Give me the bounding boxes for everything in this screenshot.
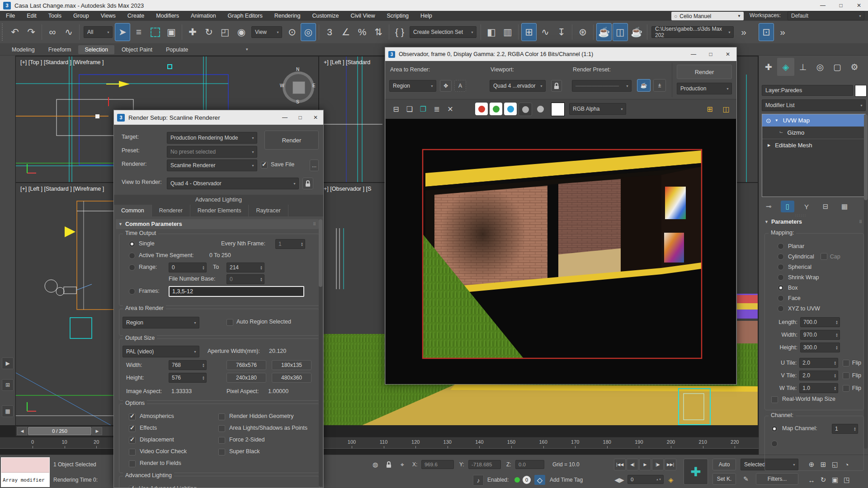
x-coordinate-field[interactable]: 969.6 — [421, 460, 454, 469]
tab-raytracer[interactable]: Raytracer — [249, 205, 288, 216]
window-crossing-button[interactable]: ▣ — [164, 23, 179, 41]
maximize-viewport-icon[interactable]: ◳ — [841, 474, 853, 486]
common-parameters-rollout[interactable]: ▼ Common Parameters ⠿ — [116, 219, 319, 229]
expand-caret-icon[interactable]: ▼ — [775, 118, 778, 122]
alpha-channel-button[interactable] — [519, 103, 532, 116]
frame-window-titlebar[interactable]: 3 Observador, frame 0, Display Gamma: 2.… — [385, 47, 736, 61]
flip-checkbox[interactable] — [843, 360, 849, 366]
viewport-layout-tab-1[interactable]: ⊞ — [2, 379, 14, 391]
zero-badge[interactable]: 0 — [523, 476, 531, 484]
align-button[interactable]: ▥ — [500, 23, 515, 41]
tab-renderer[interactable]: Renderer — [152, 205, 190, 216]
frames-input[interactable]: 1,3,5-12 — [169, 286, 304, 297]
dialog-scrollbar[interactable] — [319, 219, 322, 487]
print-image-icon[interactable]: ≣ — [431, 103, 443, 115]
save-file-checkbox[interactable] — [261, 162, 268, 169]
angle-snap-button[interactable]: ∠ — [338, 23, 354, 41]
panel-tab-modify[interactable]: ◈ — [777, 58, 794, 76]
toggle-ui-icon[interactable]: ◫ — [720, 103, 732, 115]
chevrons-button[interactable]: » — [736, 23, 751, 41]
toggle-ui-overlays-icon[interactable]: ⊞ — [704, 103, 716, 115]
previous-key-button[interactable]: ◀| — [627, 459, 638, 470]
maximize-window-button[interactable]: □ — [832, 2, 850, 9]
undo-button[interactable]: ↶ — [7, 23, 23, 41]
flip-checkbox[interactable] — [843, 385, 849, 392]
move-button[interactable]: ✚ — [185, 23, 200, 41]
viewport-left-label[interactable]: [+] [Left ] [Standard ] [Wireframe ] — [20, 186, 104, 192]
mapping-radio-planar[interactable] — [778, 243, 784, 249]
width-spinner[interactable]: 768 — [169, 360, 207, 370]
map-channel-radio[interactable] — [771, 426, 778, 432]
fw-preset-dropdown[interactable]: ———————— — [572, 80, 632, 92]
mapping-radio-spherical[interactable] — [778, 264, 784, 270]
show-end-result-icon[interactable]: ▯ — [781, 201, 794, 212]
every-nth-spinner[interactable]: 1 — [275, 239, 305, 249]
mirror-button[interactable]: ◧ — [484, 23, 499, 41]
render-setup-button[interactable]: ☕ — [596, 23, 612, 41]
pivot-button[interactable]: ⊙ — [284, 23, 300, 41]
bind-button[interactable]: ∿ — [61, 23, 76, 41]
expand-caret-icon[interactable]: ▶ — [768, 143, 770, 147]
res-button-768x576[interactable]: 768x576 — [226, 360, 266, 370]
render-frame-button[interactable]: ◫ — [613, 23, 628, 41]
dialog-minimize-button[interactable]: — — [277, 114, 292, 121]
single-radio[interactable] — [129, 241, 135, 247]
dialog-maximize-button[interactable]: □ — [292, 114, 308, 121]
ribbon-tab-selection[interactable]: Selection — [78, 45, 114, 54]
snap-button[interactable]: 3 — [322, 23, 337, 41]
next-frame-button[interactable]: ▶ — [92, 427, 102, 435]
redo-button[interactable]: ↷ — [24, 23, 39, 41]
listener-pane[interactable]: Array modifier — [1, 473, 49, 487]
configure-modifier-sets-icon[interactable]: ▦ — [838, 201, 851, 212]
rendered-image[interactable] — [386, 119, 736, 384]
flip-checkbox[interactable] — [843, 372, 849, 379]
output-preset-dropdown[interactable]: PAL (video) — [123, 346, 199, 357]
curve-editor-button[interactable]: ∿ — [538, 23, 553, 41]
auto-key-button[interactable]: Auto — [712, 459, 736, 470]
fw-mode-dropdown[interactable]: Production — [677, 83, 732, 94]
menu-customize[interactable]: Customize — [306, 11, 344, 21]
utile-spinner[interactable]: 2.0 — [799, 358, 838, 368]
material-button[interactable]: ⊛ — [575, 23, 590, 41]
mapping-radio-face[interactable] — [778, 295, 784, 301]
map-channel-spinner[interactable]: 1 — [832, 424, 858, 434]
visibility-eye-icon[interactable]: ⊙ — [766, 117, 771, 124]
option-checkbox-area-lights-shadows-as-points[interactable] — [218, 425, 225, 432]
option-checkbox-force-2-sided[interactable] — [218, 437, 225, 444]
current-frame-field[interactable]: 0▲▼ — [627, 475, 664, 484]
active-segment-radio[interactable] — [129, 253, 135, 259]
minimize-window-button[interactable]: — — [814, 2, 832, 9]
place-button[interactable]: ◉ — [234, 23, 249, 41]
auto-region-checkbox[interactable] — [226, 319, 233, 326]
stack-item-uvw-map[interactable]: ⊙▼UVW Map — [762, 114, 865, 127]
ribbon-expand-icon[interactable]: ▼ — [245, 47, 249, 52]
object-name-field[interactable]: Layer:Paredes — [762, 85, 853, 96]
length-spinner[interactable]: 700.0 — [800, 317, 840, 327]
select-button[interactable]: ➤ — [115, 23, 130, 41]
scene-explorer-button[interactable]: ⊞ — [521, 23, 537, 41]
mini-listener-open-button[interactable]: ▶ — [2, 357, 14, 369]
manipulate-button[interactable]: ◎ — [301, 23, 316, 41]
view-lock-button[interactable] — [302, 178, 313, 189]
close-window-button[interactable]: ✕ — [850, 2, 868, 9]
spinner-snap-button[interactable]: ⇅ — [371, 23, 386, 41]
fw-exposure-icon[interactable]: ± — [653, 79, 666, 92]
range-from-spinner[interactable]: 0 — [169, 263, 207, 272]
option-checkbox-effects[interactable] — [129, 425, 136, 432]
viewport-layout-tab-2[interactable]: ▦ — [2, 405, 14, 417]
play-animation-button[interactable]: ▶ — [639, 459, 651, 470]
vertex-color-radio[interactable] — [771, 441, 778, 447]
wtile-spinner[interactable]: 1.0 — [799, 383, 838, 393]
display-channel-dropdown[interactable]: RGB Alpha — [569, 103, 626, 115]
panel-tab-motion[interactable]: ◎ — [811, 58, 829, 76]
key-filters-icon[interactable]: ✎ — [741, 474, 751, 484]
isolate-selection-icon[interactable]: ◍ — [370, 460, 381, 469]
link-button[interactable]: ∞ — [45, 23, 60, 41]
key-mode-toggle-icon[interactable]: ◈ — [665, 475, 676, 485]
file-number-base-spinner[interactable]: 0 — [226, 274, 264, 284]
menu-animation[interactable]: Animation — [185, 11, 222, 21]
mapping-radio-shrink-wrap[interactable] — [778, 274, 784, 281]
preset-dropdown[interactable]: No preset selected — [167, 146, 257, 158]
use-advanced-lighting-checkbox[interactable] — [129, 486, 136, 488]
viewport-top-label[interactable]: [+] [Top ] [Standard ] [Wireframe ] — [20, 59, 104, 66]
